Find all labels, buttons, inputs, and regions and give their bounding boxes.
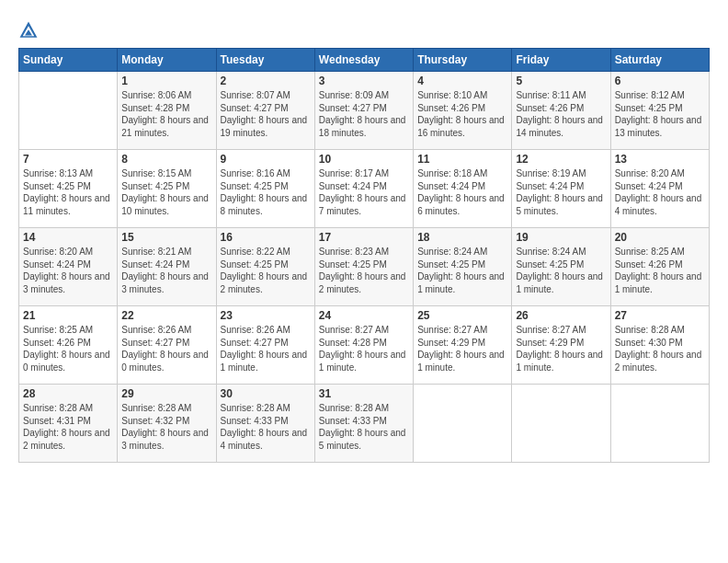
calendar-cell: 16Sunrise: 8:22 AMSunset: 4:25 PMDayligh… <box>216 228 314 306</box>
cell-content: Sunrise: 8:20 AMSunset: 4:24 PMDaylight:… <box>615 167 705 217</box>
logo-icon <box>18 20 39 40</box>
cell-content: Sunrise: 8:28 AMSunset: 4:33 PMDaylight:… <box>319 402 409 452</box>
day-of-week-header: Sunday <box>19 49 118 72</box>
day-number: 24 <box>319 309 409 322</box>
day-number: 7 <box>23 153 113 166</box>
calendar-cell: 25Sunrise: 8:27 AMSunset: 4:29 PMDayligh… <box>414 306 512 385</box>
cell-content: Sunrise: 8:28 AMSunset: 4:30 PMDaylight:… <box>615 324 705 373</box>
calendar-cell: 7Sunrise: 8:13 AMSunset: 4:25 PMDaylight… <box>19 150 118 228</box>
calendar-cell: 12Sunrise: 8:19 AMSunset: 4:24 PMDayligh… <box>512 150 610 228</box>
day-number: 12 <box>516 153 606 166</box>
day-number: 5 <box>516 75 606 87</box>
calendar-cell: 1Sunrise: 8:06 AMSunset: 4:28 PMDaylight… <box>118 72 216 150</box>
day-number: 27 <box>615 309 705 322</box>
cell-content: Sunrise: 8:28 AMSunset: 4:32 PMDaylight:… <box>121 402 211 452</box>
calendar-cell: 28Sunrise: 8:28 AMSunset: 4:31 PMDayligh… <box>19 385 118 463</box>
day-number: 20 <box>615 231 705 244</box>
calendar-week-row: 1Sunrise: 8:06 AMSunset: 4:28 PMDaylight… <box>19 72 710 150</box>
day-number: 19 <box>516 231 606 244</box>
calendar-cell: 5Sunrise: 8:11 AMSunset: 4:26 PMDaylight… <box>512 72 610 150</box>
day-number: 1 <box>121 75 211 87</box>
calendar-cell: 2Sunrise: 8:07 AMSunset: 4:27 PMDaylight… <box>216 72 314 150</box>
calendar-cell <box>414 385 512 463</box>
cell-content: Sunrise: 8:10 AMSunset: 4:26 PMDaylight:… <box>417 89 507 139</box>
calendar-cell <box>19 72 118 150</box>
calendar-table: SundayMondayTuesdayWednesdayThursdayFrid… <box>18 48 710 463</box>
page: SundayMondayTuesdayWednesdayThursdayFrid… <box>0 0 728 563</box>
calendar-cell: 31Sunrise: 8:28 AMSunset: 4:33 PMDayligh… <box>314 385 413 463</box>
day-number: 15 <box>121 231 211 244</box>
cell-content: Sunrise: 8:27 AMSunset: 4:29 PMDaylight:… <box>516 324 606 373</box>
day-number: 23 <box>221 309 311 322</box>
calendar-cell: 18Sunrise: 8:24 AMSunset: 4:25 PMDayligh… <box>414 228 512 306</box>
calendar-cell: 14Sunrise: 8:20 AMSunset: 4:24 PMDayligh… <box>19 228 118 306</box>
calendar-cell: 30Sunrise: 8:28 AMSunset: 4:33 PMDayligh… <box>216 385 314 463</box>
cell-content: Sunrise: 8:11 AMSunset: 4:26 PMDaylight:… <box>516 89 606 139</box>
calendar-cell: 3Sunrise: 8:09 AMSunset: 4:27 PMDaylight… <box>314 72 413 150</box>
logo <box>18 20 40 40</box>
day-number: 14 <box>23 231 113 244</box>
calendar-cell: 19Sunrise: 8:24 AMSunset: 4:25 PMDayligh… <box>512 228 610 306</box>
calendar-cell: 24Sunrise: 8:27 AMSunset: 4:28 PMDayligh… <box>314 306 413 385</box>
day-number: 6 <box>615 75 705 87</box>
calendar-cell: 6Sunrise: 8:12 AMSunset: 4:25 PMDaylight… <box>610 72 709 150</box>
calendar-cell: 26Sunrise: 8:27 AMSunset: 4:29 PMDayligh… <box>512 306 610 385</box>
cell-content: Sunrise: 8:15 AMSunset: 4:25 PMDaylight:… <box>121 167 211 217</box>
day-number: 30 <box>221 387 311 400</box>
day-number: 21 <box>23 309 113 322</box>
cell-content: Sunrise: 8:09 AMSunset: 4:27 PMDaylight:… <box>319 89 409 139</box>
cell-content: Sunrise: 8:24 AMSunset: 4:25 PMDaylight:… <box>516 246 606 295</box>
day-of-week-header: Tuesday <box>216 49 314 72</box>
calendar-cell <box>610 385 709 463</box>
calendar-cell: 11Sunrise: 8:18 AMSunset: 4:24 PMDayligh… <box>414 150 512 228</box>
day-number: 28 <box>23 387 113 400</box>
cell-content: Sunrise: 8:18 AMSunset: 4:24 PMDaylight:… <box>417 167 507 217</box>
day-number: 18 <box>417 231 507 244</box>
cell-content: Sunrise: 8:13 AMSunset: 4:25 PMDaylight:… <box>23 167 113 217</box>
day-of-week-header: Thursday <box>414 49 512 72</box>
day-number: 13 <box>615 153 705 166</box>
cell-content: Sunrise: 8:27 AMSunset: 4:28 PMDaylight:… <box>319 324 409 373</box>
cell-content: Sunrise: 8:12 AMSunset: 4:25 PMDaylight:… <box>615 89 705 139</box>
day-number: 9 <box>221 153 311 166</box>
calendar-cell: 13Sunrise: 8:20 AMSunset: 4:24 PMDayligh… <box>610 150 709 228</box>
cell-content: Sunrise: 8:21 AMSunset: 4:24 PMDaylight:… <box>121 246 211 295</box>
day-number: 17 <box>319 231 409 244</box>
day-number: 10 <box>319 153 409 166</box>
calendar-cell: 8Sunrise: 8:15 AMSunset: 4:25 PMDaylight… <box>118 150 216 228</box>
cell-content: Sunrise: 8:27 AMSunset: 4:29 PMDaylight:… <box>417 324 507 373</box>
day-number: 16 <box>221 231 311 244</box>
cell-content: Sunrise: 8:19 AMSunset: 4:24 PMDaylight:… <box>516 167 606 217</box>
day-number: 26 <box>516 309 606 322</box>
calendar-header-row: SundayMondayTuesdayWednesdayThursdayFrid… <box>19 49 710 72</box>
day-of-week-header: Friday <box>512 49 610 72</box>
day-number: 31 <box>319 387 409 400</box>
calendar-cell: 10Sunrise: 8:17 AMSunset: 4:24 PMDayligh… <box>314 150 413 228</box>
cell-content: Sunrise: 8:23 AMSunset: 4:25 PMDaylight:… <box>319 246 409 295</box>
cell-content: Sunrise: 8:24 AMSunset: 4:25 PMDaylight:… <box>417 246 507 295</box>
calendar-week-row: 14Sunrise: 8:20 AMSunset: 4:24 PMDayligh… <box>19 228 710 306</box>
calendar-cell: 9Sunrise: 8:16 AMSunset: 4:25 PMDaylight… <box>216 150 314 228</box>
cell-content: Sunrise: 8:28 AMSunset: 4:31 PMDaylight:… <box>23 402 113 452</box>
calendar-cell: 27Sunrise: 8:28 AMSunset: 4:30 PMDayligh… <box>610 306 709 385</box>
calendar-cell: 23Sunrise: 8:26 AMSunset: 4:27 PMDayligh… <box>216 306 314 385</box>
day-number: 3 <box>319 75 409 87</box>
cell-content: Sunrise: 8:22 AMSunset: 4:25 PMDaylight:… <box>221 246 311 295</box>
calendar-week-row: 7Sunrise: 8:13 AMSunset: 4:25 PMDaylight… <box>19 150 710 228</box>
day-number: 25 <box>417 309 507 322</box>
calendar-cell: 15Sunrise: 8:21 AMSunset: 4:24 PMDayligh… <box>118 228 216 306</box>
day-number: 2 <box>221 75 311 87</box>
day-of-week-header: Wednesday <box>314 49 413 72</box>
day-number: 11 <box>417 153 507 166</box>
calendar-cell: 20Sunrise: 8:25 AMSunset: 4:26 PMDayligh… <box>610 228 709 306</box>
cell-content: Sunrise: 8:20 AMSunset: 4:24 PMDaylight:… <box>23 246 113 295</box>
calendar-cell: 17Sunrise: 8:23 AMSunset: 4:25 PMDayligh… <box>314 228 413 306</box>
calendar-week-row: 28Sunrise: 8:28 AMSunset: 4:31 PMDayligh… <box>19 385 710 463</box>
calendar-week-row: 21Sunrise: 8:25 AMSunset: 4:26 PMDayligh… <box>19 306 710 385</box>
cell-content: Sunrise: 8:28 AMSunset: 4:33 PMDaylight:… <box>221 402 311 452</box>
day-of-week-header: Monday <box>118 49 216 72</box>
calendar-cell: 29Sunrise: 8:28 AMSunset: 4:32 PMDayligh… <box>118 385 216 463</box>
day-number: 8 <box>121 153 211 166</box>
calendar-cell: 21Sunrise: 8:25 AMSunset: 4:26 PMDayligh… <box>19 306 118 385</box>
cell-content: Sunrise: 8:26 AMSunset: 4:27 PMDaylight:… <box>221 324 311 373</box>
